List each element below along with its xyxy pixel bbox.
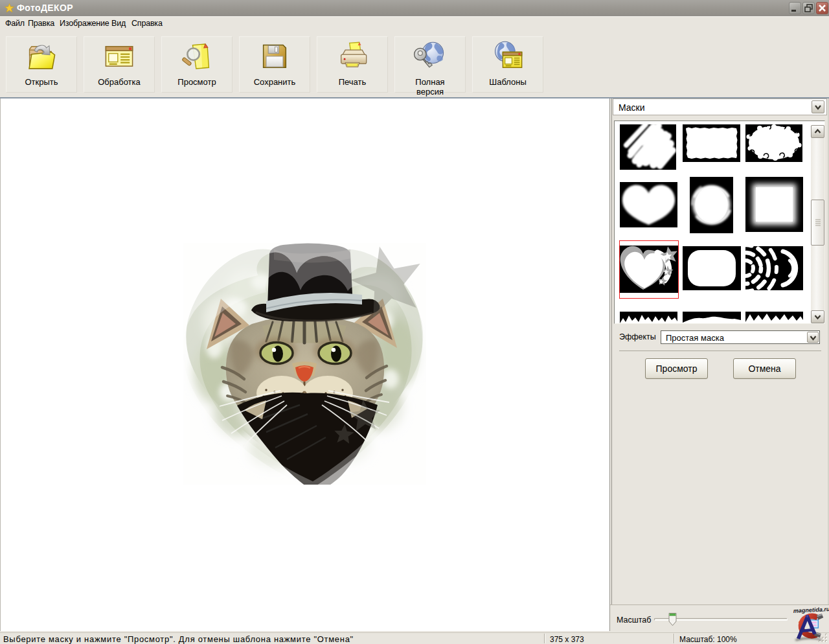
svg-text:magnetida.ru: magnetida.ru xyxy=(793,606,829,614)
